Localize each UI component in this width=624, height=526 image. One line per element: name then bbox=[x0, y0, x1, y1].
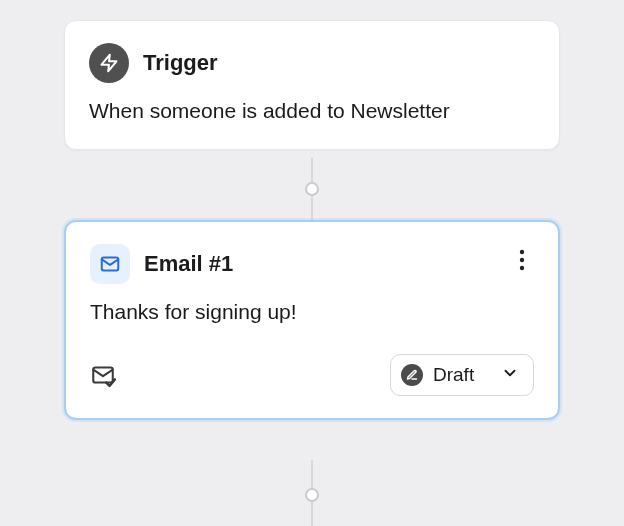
email-footer: Draft bbox=[90, 354, 534, 396]
email-title: Email #1 bbox=[144, 251, 233, 277]
svg-point-2 bbox=[520, 250, 524, 254]
automation-canvas[interactable]: Trigger When someone is added to Newslet… bbox=[0, 0, 624, 526]
trigger-card[interactable]: Trigger When someone is added to Newslet… bbox=[64, 20, 560, 150]
mail-icon bbox=[90, 244, 130, 284]
status-dropdown[interactable]: Draft bbox=[390, 354, 534, 396]
email-header: Email #1 bbox=[90, 244, 534, 284]
trigger-header: Trigger bbox=[89, 43, 535, 83]
chevron-down-icon bbox=[501, 364, 519, 386]
trigger-description: When someone is added to Newsletter bbox=[89, 97, 535, 125]
email-subject: Thanks for signing up! bbox=[90, 298, 534, 326]
svg-point-3 bbox=[520, 258, 524, 262]
connector-node[interactable] bbox=[305, 488, 319, 502]
trigger-title: Trigger bbox=[143, 50, 218, 76]
status-label: Draft bbox=[433, 364, 485, 386]
svg-point-4 bbox=[520, 266, 524, 270]
ab-test-icon[interactable] bbox=[90, 362, 116, 388]
svg-marker-0 bbox=[102, 55, 117, 72]
email-card[interactable]: Email #1 Thanks for signing up! bbox=[64, 220, 560, 420]
pencil-icon bbox=[401, 364, 423, 386]
lightning-icon bbox=[89, 43, 129, 83]
more-vertical-icon[interactable] bbox=[508, 246, 536, 274]
connector-node[interactable] bbox=[305, 182, 319, 196]
